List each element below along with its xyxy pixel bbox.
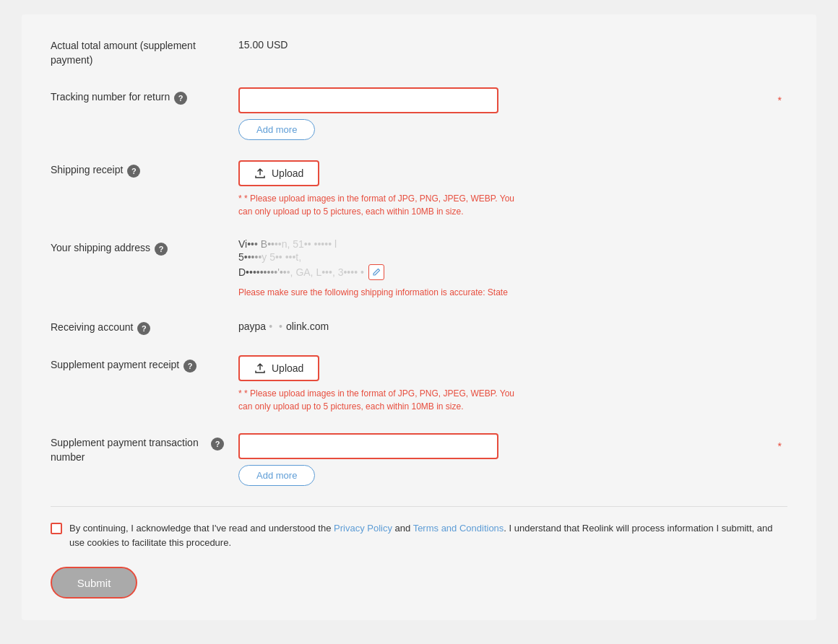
- shipping-receipt-upload-label: Upload: [272, 167, 303, 179]
- supplement-receipt-hint-star: *: [238, 388, 244, 399]
- submit-button[interactable]: Submit: [51, 567, 137, 599]
- consent-text-before: By continuing, I acknowledge that I've r…: [69, 523, 334, 534]
- shipping-address-row: Your shipping address ? Vi••• B••••n, 51…: [51, 238, 787, 297]
- tracking-number-input[interactable]: [238, 87, 498, 113]
- receiving-account-help-icon[interactable]: ?: [137, 322, 150, 335]
- tracking-number-row: Tracking number for return ? * Add more: [51, 87, 787, 140]
- address-line-1-text: Vi••• B••••n, 51•• ••••• l: [238, 238, 337, 250]
- address-line-3: D•••••••••'•••, GA, L•••, 3•••• •: [238, 264, 787, 280]
- consent-text-middle: and: [392, 523, 413, 534]
- transaction-number-input[interactable]: [238, 433, 498, 459]
- actual-amount-label: Actual total amount (supplement payment): [51, 39, 224, 67]
- supplement-upload-icon: [254, 362, 266, 374]
- edit-address-button[interactable]: [368, 264, 384, 280]
- shipping-receipt-hint-text: * Please upload images in the format of …: [238, 193, 514, 217]
- tracking-number-input-wrapper: *: [238, 87, 787, 113]
- address-line-2: 5•••••y 5•• •••t,: [238, 251, 787, 263]
- tracking-number-help-icon[interactable]: ?: [174, 92, 187, 105]
- shipping-receipt-hint: * * Please upload images in the format o…: [238, 192, 527, 218]
- tracking-number-label: Tracking number for return: [51, 90, 170, 105]
- tracking-number-required-star: *: [778, 95, 782, 106]
- supplement-receipt-field-col: Upload * * Please upload images in the f…: [238, 355, 787, 413]
- receiving-account-prefix: paypa: [238, 321, 266, 332]
- shipping-address-warning: Please make sure the following shipping …: [238, 287, 787, 297]
- form-container: Actual total amount (supplement payment)…: [22, 14, 816, 620]
- receiving-account-label-col: Receiving account ?: [51, 318, 224, 335]
- tracking-number-add-more-button[interactable]: Add more: [238, 119, 315, 140]
- shipping-receipt-label: Shipping receipt: [51, 163, 123, 178]
- supplement-receipt-help-icon[interactable]: ?: [183, 360, 196, 373]
- transaction-number-row: Supplement payment transaction number ? …: [51, 433, 787, 486]
- transaction-number-help-icon[interactable]: ?: [211, 438, 224, 451]
- address-lines: Vi••• B••••n, 51•• ••••• l 5•••••y 5•• •…: [238, 238, 787, 280]
- edit-icon: [372, 268, 381, 277]
- transaction-number-label: Supplement payment transaction number: [51, 436, 207, 464]
- supplement-receipt-row: Supplement payment receipt ? Upload * * …: [51, 355, 787, 413]
- transaction-number-field-col: * Add more: [238, 433, 787, 486]
- shipping-address-help-icon[interactable]: ?: [155, 243, 168, 256]
- receiving-account-suffix: olink.com: [286, 321, 329, 332]
- privacy-policy-link[interactable]: Privacy Policy: [334, 523, 392, 534]
- transaction-number-input-wrapper: *: [238, 433, 787, 459]
- supplement-receipt-label: Supplement payment receipt: [51, 358, 179, 373]
- tracking-number-label-col: Tracking number for return ?: [51, 87, 224, 105]
- supplement-receipt-upload-button[interactable]: Upload: [238, 355, 319, 381]
- divider: [51, 506, 787, 507]
- actual-amount-field-col: 15.00 USD: [238, 36, 787, 51]
- shipping-receipt-field-col: Upload * * Please upload images in the f…: [238, 160, 787, 218]
- shipping-receipt-upload-button[interactable]: Upload: [238, 160, 319, 186]
- actual-amount-label-col: Actual total amount (supplement payment): [51, 36, 224, 67]
- shipping-address-label-col: Your shipping address ?: [51, 238, 224, 256]
- transaction-number-label-col: Supplement payment transaction number ?: [51, 433, 224, 464]
- receiving-account-blurred: •: [269, 321, 273, 332]
- receiving-account-row: Receiving account ? paypa• •olink.com: [51, 318, 787, 335]
- receiving-account-label: Receiving account: [51, 321, 133, 335]
- supplement-receipt-label-col: Supplement payment receipt ?: [51, 355, 224, 373]
- actual-amount-value: 15.00 USD: [238, 36, 787, 51]
- shipping-address-label: Your shipping address: [51, 241, 150, 256]
- consent-label: By continuing, I acknowledge that I've r…: [69, 521, 787, 549]
- upload-icon: [254, 167, 266, 179]
- terms-link[interactable]: Terms and Conditions: [413, 523, 504, 534]
- shipping-receipt-row: Shipping receipt ? Upload * * Please upl…: [51, 160, 787, 218]
- address-line-2-text: 5•••••y 5•• •••t,: [238, 251, 301, 263]
- address-line-3-text: D•••••••••'•••, GA, L•••, 3•••• •: [238, 266, 364, 278]
- address-line-1: Vi••• B••••n, 51•• ••••• l: [238, 238, 787, 250]
- supplement-receipt-hint-text: * Please upload images in the format of …: [238, 388, 514, 412]
- transaction-number-add-more-button[interactable]: Add more: [238, 465, 315, 486]
- actual-amount-row: Actual total amount (supplement payment)…: [51, 36, 787, 67]
- shipping-receipt-help-icon[interactable]: ?: [127, 165, 140, 178]
- consent-checkbox[interactable]: [51, 523, 62, 534]
- shipping-receipt-hint-star: *: [238, 193, 244, 204]
- shipping-receipt-label-col: Shipping receipt ?: [51, 160, 224, 178]
- supplement-receipt-hint: * * Please upload images in the format o…: [238, 387, 527, 413]
- receiving-account-field-col: paypa• •olink.com: [238, 318, 787, 332]
- shipping-address-field-col: Vi••• B••••n, 51•• ••••• l 5•••••y 5•• •…: [238, 238, 787, 297]
- tracking-number-field-col: * Add more: [238, 87, 787, 140]
- transaction-number-required-star: *: [778, 440, 782, 452]
- receiving-account-middle-dot: •: [279, 321, 283, 332]
- consent-row: By continuing, I acknowledge that I've r…: [51, 521, 787, 549]
- receiving-account-value: paypa• •olink.com: [238, 318, 787, 332]
- supplement-receipt-upload-label: Upload: [272, 362, 303, 374]
